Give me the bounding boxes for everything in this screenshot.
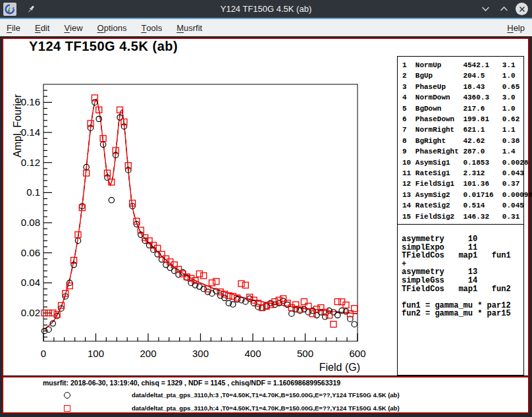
- pin-icon[interactable]: [26, 4, 36, 14]
- legend-row-h3: data/deltat_pta_gps_3110,h:3 ,T0=4.50K,T…: [3, 390, 528, 401]
- chevron-down-icon: [481, 6, 490, 12]
- legend-label-h3: data/deltat_pta_gps_3110,h:3 ,T0=4.50K,T…: [132, 391, 400, 399]
- menu-file[interactable]: File: [0, 19, 28, 36]
- svg-text:600: 600: [349, 348, 365, 359]
- menu-musrfit[interactable]: Musrfit: [169, 19, 209, 36]
- fit-status-text: musrfit: 2018-06-30, 13:19:40, chisq = 1…: [43, 379, 340, 387]
- minimize-button[interactable]: [479, 3, 492, 16]
- root-app-icon: [3, 3, 16, 16]
- svg-text:0.06: 0.06: [21, 247, 40, 258]
- window-title: Y124 TF150G 4.5K (ab): [0, 4, 532, 14]
- svg-text:0.04: 0.04: [21, 277, 40, 288]
- pad-highlight-line: [3, 376, 528, 377]
- open-circle-marker-icon: [64, 392, 70, 399]
- menu-edit[interactable]: Edit: [28, 19, 57, 36]
- svg-text:0.02: 0.02: [21, 307, 40, 318]
- legend-row-h4: data/deltat_pta_gps_3110,h:4 ,T0=4.50K,T…: [3, 403, 528, 414]
- svg-text:300: 300: [192, 348, 209, 359]
- svg-text:0.12: 0.12: [21, 157, 40, 168]
- svg-text:100: 100: [88, 348, 104, 359]
- svg-text:Ampl. Fourier: Ampl. Fourier: [12, 94, 23, 157]
- legend-label-h4: data/deltat_pta_gps_3110,h:4 ,T0=4.50K,T…: [132, 404, 400, 412]
- svg-text:0.1: 0.1: [26, 186, 40, 198]
- menu-view[interactable]: View: [57, 19, 90, 36]
- svg-text:0: 0: [41, 348, 46, 359]
- titlebar: Y124 TF150G 4.5K (ab): [0, 0, 532, 18]
- svg-text:0.16: 0.16: [21, 96, 40, 107]
- menu-tools[interactable]: Tools: [134, 19, 169, 36]
- maximize-button[interactable]: [497, 3, 510, 16]
- svg-text:500: 500: [297, 348, 313, 359]
- svg-text:Field (G): Field (G): [319, 362, 360, 373]
- theory-block: asymmetry 10 simplExpo 11 TFieldCos map1…: [397, 225, 524, 375]
- close-button[interactable]: [516, 3, 528, 15]
- svg-text:400: 400: [244, 348, 261, 359]
- menu-help[interactable]: Help: [500, 19, 532, 36]
- open-square-marker-icon: [64, 405, 70, 412]
- menubar: File Edit View Options Tools Musrfit Hel…: [0, 19, 532, 36]
- svg-text:200: 200: [140, 348, 156, 359]
- svg-text:0.08: 0.08: [21, 217, 40, 228]
- menu-options[interactable]: Options: [90, 19, 134, 36]
- parameter-rows: 1 NormUp 4542.1 3.1 2 BgUp 204.5 1.0 3 P…: [398, 57, 523, 222]
- root-canvas[interactable]: Y124 TF150G 4.5K (ab) 010020030040050060…: [2, 38, 529, 414]
- chevron-up-icon: [500, 6, 508, 12]
- parameter-table: 1 NormUp 4542.1 3.1 2 BgUp 204.5 1.0 3 P…: [397, 56, 524, 225]
- svg-text:0.14: 0.14: [21, 126, 40, 138]
- theory-lines: asymmetry 10 simplExpo 11 TFieldCos map1…: [398, 225, 523, 318]
- close-icon: [519, 6, 525, 13]
